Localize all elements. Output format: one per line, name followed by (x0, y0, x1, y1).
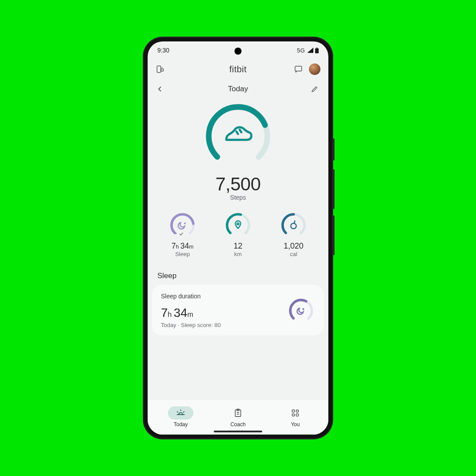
status-time: 9:30 (157, 47, 169, 54)
svg-point-8 (169, 212, 196, 239)
metric-calories[interactable]: 1,020 cal (272, 212, 315, 257)
messages-icon[interactable] (294, 65, 303, 74)
metric-distance-value: 12 (234, 242, 242, 251)
nav-coach-label: Coach (231, 421, 246, 428)
metric-distance-label: km (234, 251, 242, 257)
metric-calories-label: cal (290, 251, 298, 257)
edit-icon[interactable] (311, 85, 319, 93)
steps-hero[interactable]: 7,500 Steps (148, 99, 328, 205)
screen: 9:30 5G fitbit (148, 41, 328, 435)
svg-rect-2 (157, 66, 160, 73)
nav-you-label: You (291, 421, 300, 428)
svg-point-7 (169, 212, 196, 239)
metrics-row: 7h 34m Sleep 12 km (148, 205, 328, 259)
devices-icon[interactable] (156, 65, 164, 74)
metric-sleep[interactable]: 7h 34m Sleep (161, 212, 204, 257)
svg-rect-4 (295, 66, 302, 71)
nav-today[interactable]: Today (154, 406, 207, 428)
sunrise-icon (176, 409, 186, 417)
grid-icon (291, 409, 299, 417)
app-header: fitbit (148, 59, 328, 79)
phone-side-button (333, 216, 335, 255)
metric-calories-value: 1,020 (283, 242, 303, 251)
svg-point-19 (303, 309, 304, 309)
battery-icon (315, 48, 319, 53)
sleep-duration-card[interactable]: Sleep duration 7h 34m Today · Sleep scor… (152, 285, 324, 335)
metric-sleep-value: 7h 34m (171, 242, 193, 251)
clipboard-icon (234, 409, 242, 417)
svg-point-9 (185, 223, 185, 223)
svg-rect-1 (315, 48, 319, 53)
card-subline: Today · Sleep score: 80 (161, 322, 221, 328)
date-title[interactable]: Today (148, 85, 328, 93)
metric-sleep-label: Sleep (175, 251, 190, 257)
svg-point-10 (175, 233, 177, 234)
svg-rect-25 (296, 414, 298, 416)
bottom-nav: Today Coach (148, 400, 328, 435)
phone-side-button (333, 138, 335, 160)
avatar[interactable] (309, 63, 320, 75)
nav-coach[interactable]: Coach (212, 406, 264, 428)
svg-point-15 (280, 212, 307, 239)
svg-rect-22 (292, 410, 294, 412)
nav-you[interactable]: You (269, 406, 322, 428)
svg-point-6 (203, 101, 273, 171)
steps-progress-ring (203, 101, 273, 171)
svg-rect-23 (296, 410, 298, 412)
card-value: 7h 34m (161, 306, 221, 320)
svg-point-5 (203, 101, 273, 171)
svg-point-16 (291, 223, 296, 229)
subheader: Today (148, 79, 328, 99)
section-title-sleep: Sleep (148, 259, 328, 285)
svg-point-13 (237, 223, 239, 225)
nav-today-label: Today (174, 421, 188, 428)
metric-distance[interactable]: 12 km (217, 212, 259, 257)
svg-rect-24 (292, 414, 294, 416)
svg-point-14 (280, 212, 307, 239)
sleep-card-ring (287, 297, 315, 325)
card-title: Sleep duration (161, 293, 221, 300)
status-right: 5G (297, 47, 319, 54)
phone-side-button (333, 169, 335, 209)
svg-rect-0 (316, 48, 318, 48)
signal-icon (307, 48, 313, 53)
phone-camera (234, 48, 242, 55)
svg-point-3 (161, 69, 164, 71)
phone-frame: 9:30 5G fitbit (143, 37, 333, 439)
home-indicator[interactable] (214, 431, 262, 432)
steps-label: Steps (230, 194, 246, 201)
steps-value: 7,500 (216, 174, 261, 195)
network-label: 5G (297, 47, 305, 54)
